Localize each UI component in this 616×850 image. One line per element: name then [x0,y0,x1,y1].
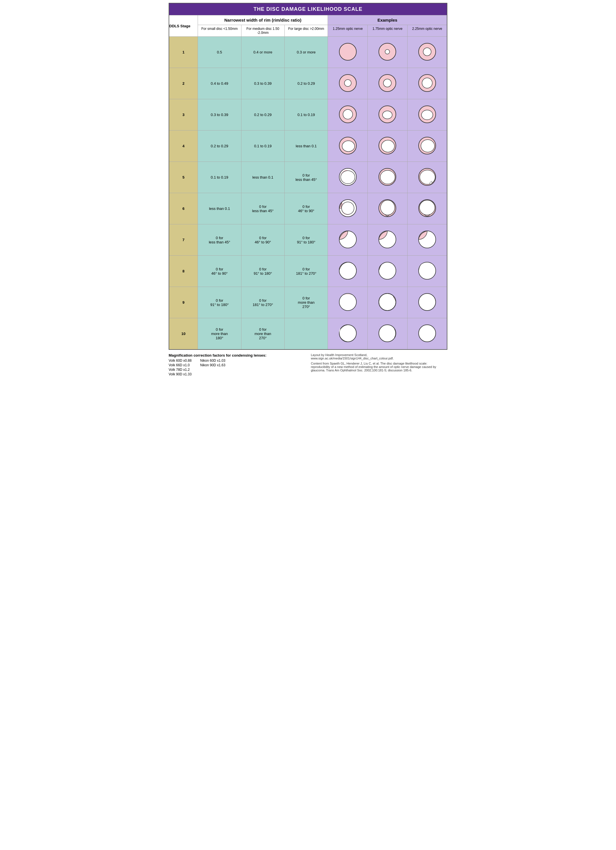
stage-cell: 8 [169,256,198,287]
table-row: 2 0.4 to 0.49 0.3 to 0.39 0.2 to 0.29 [169,68,447,99]
small-val: less than 0.1 [198,193,241,224]
eye-diagram-2-1 [338,73,358,93]
large-val: 0 for more than 270° [284,287,327,318]
medium-val: 0 for 181° to 270° [241,287,284,318]
eye-cell-1 [328,130,368,162]
eye-cell-3 [407,162,447,193]
examples-subheader: Examples [328,15,447,25]
footer-right: Layout by Health Improvement Scotland, w… [311,353,447,376]
medium-val: 0 for 46° to 90° [241,224,284,256]
svg-point-8 [383,79,391,87]
small-val: 0.1 to 0.19 [198,162,241,193]
eye-diagram-3-2 [377,104,397,124]
eye-diagram-9-2 [377,292,397,312]
eye-diagram-5-1 [338,167,358,187]
svg-point-16 [422,110,433,120]
ddls-stage-header: DDLS Stage [169,15,198,37]
eye-cell-3 [407,256,447,287]
large-val: 0 for less than 45° [284,162,327,193]
stage-cell: 5 [169,162,198,193]
large-val: 0 for 91° to 180° [284,224,327,256]
svg-point-20 [381,140,395,152]
medium-val: 0.3 to 0.39 [241,68,284,99]
eye-diagram-5-2 [377,167,397,187]
title-row: THE DISC DAMAGE LIKELIHOOD SCALE [169,3,447,15]
medium-val: 0.1 to 0.19 [241,130,284,162]
table-row: 1 0.5 0.4 or more 0.3 or more [169,37,447,68]
eye-cell-2 [368,130,408,162]
svg-point-12 [343,109,353,119]
nerve2-header: 1.75mm optic nerve [368,25,408,37]
nikon-90d: Nikon 90D x1.63 [200,363,226,367]
eye-diagram-5-3 [417,167,437,187]
mag-title: Magnification correction factors for con… [169,353,305,358]
svg-point-18 [342,141,354,151]
eye-diagram-10-3 [417,323,437,343]
eye-cell-1 [328,287,368,318]
footer-cols: Volk 60D x0.88 Volk 66D x1.0 Volk 78D x1… [169,359,305,376]
volk-78d: Volk 78D x1.2 [169,368,192,372]
footer-col-left: Volk 60D x0.88 Volk 66D x1.0 Volk 78D x1… [169,359,192,376]
eye-diagram-7-1 [338,229,358,249]
table-row: 3 0.3 to 0.39 0.2 to 0.29 0.1 to 0.19 [169,99,447,130]
svg-point-33 [420,200,435,215]
stage-cell: 4 [169,130,198,162]
medium-val: 0 for 91° to 180° [241,256,284,287]
stage-cell: 3 [169,99,198,130]
eye-cell-3 [407,287,447,318]
svg-point-14 [383,111,392,119]
credit-1: Layout by Health Improvement Scotland, w… [311,353,447,360]
eye-diagram-3-1 [338,104,358,124]
eye-cell-1 [328,99,368,130]
eye-cell-2 [368,68,408,99]
eye-cell-2 [368,256,408,287]
small-val: 0.4 to 0.49 [198,68,241,99]
eye-cell-1 [328,318,368,350]
col-header-row: For small disc <1.50mm For medium disc 1… [169,25,447,37]
eye-cell-1 [328,193,368,224]
stage-cell: 10 [169,318,198,350]
eye-diagram-7-3 [417,229,437,249]
eye-diagram-3-3 [417,104,437,124]
large-val: less than 0.1 [284,130,327,162]
nerve3-header: 2.25mm optic nerve [407,25,447,37]
eye-diagram-8-2 [377,261,397,281]
svg-point-44 [419,293,436,311]
footer-col-right: Nikon 60D x1.03 Nikon 90D x1.63 [200,359,226,376]
table-row: 9 0 for 91° to 180° 0 for 181° to 270° 0… [169,287,447,318]
eye-cell-3 [407,193,447,224]
small-val: 0 for 91° to 180° [198,287,241,318]
small-val: 0.5 [198,37,241,68]
eye-cell-2 [368,37,408,68]
small-val: 0 for less than 45° [198,224,241,256]
stage-cell: 1 [169,37,198,68]
medium-disc-header: For medium disc 1.50 -2.0mm [241,25,284,37]
eye-cell-2 [368,193,408,224]
svg-point-2 [385,49,390,54]
eye-cell-1 [328,37,368,68]
subheader-row: DDLS Stage Narrowest width of rim (rim/d… [169,15,447,25]
nerve1-header: 1.25mm optic nerve [328,25,368,37]
stage-cell: 6 [169,193,198,224]
svg-point-47 [419,325,436,342]
table-row: 8 0 for 46° to 90° 0 for 91° to 180° 0 f… [169,256,447,287]
table-row: 5 0.1 to 0.19 less than 0.1 0 for less t… [169,162,447,193]
small-val: 0.3 to 0.39 [198,99,241,130]
eye-diagram-10-1 [338,323,358,343]
table-row: 6 less than 0.1 0 for less than 45° 0 fo… [169,193,447,224]
small-disc-header: For small disc <1.50mm [198,25,241,37]
eye-diagram-6-2 [377,198,397,218]
svg-point-46 [379,325,396,342]
eye-diagram-6-1 [338,198,358,218]
narrowest-subheader: Narrowest width of rim (rim/disc ratio) [198,15,328,25]
large-val: 0 for 46° to 90° [284,193,327,224]
large-val: 0 for 181° to 270° [284,256,327,287]
eye-cell-2 [368,318,408,350]
small-val: 0 for 46° to 90° [198,256,241,287]
svg-point-0 [339,43,356,60]
large-disc-header: For large disc >2.00mm [284,25,327,37]
eye-diagram-10-2 [377,323,397,343]
stage-cell: 2 [169,68,198,99]
volk-90d: Volk 90D x1.33 [169,372,192,376]
eye-cell-1 [328,68,368,99]
